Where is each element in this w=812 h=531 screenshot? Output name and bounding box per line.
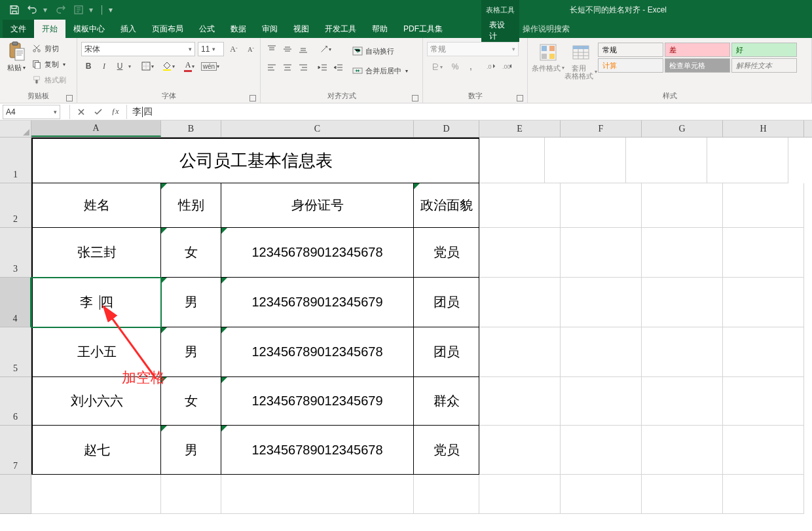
cell-C5[interactable]: 123456789012345678 — [221, 327, 414, 377]
cell-H5[interactable] — [723, 327, 804, 377]
number-format-combo[interactable]: 常规▾ — [427, 42, 519, 56]
cell-A7[interactable]: 赵七 — [31, 426, 161, 475]
align-bottom-icon[interactable] — [296, 42, 310, 56]
cell-C6[interactable]: 123456789012345679 — [221, 377, 414, 426]
style-bad[interactable]: 差 — [665, 43, 730, 57]
cell-F6[interactable] — [561, 377, 642, 426]
col-header-C[interactable]: C — [221, 120, 414, 137]
cell-F2[interactable] — [561, 183, 642, 228]
align-center-icon[interactable] — [280, 60, 295, 75]
tab-data[interactable]: 数据 — [223, 20, 254, 38]
style-check[interactable]: 检查单元格 — [665, 58, 730, 73]
conditional-format-button[interactable]: 条件格式▾ — [532, 41, 564, 72]
tab-formulas[interactable]: 公式 — [191, 20, 223, 38]
col-header-F[interactable]: F — [561, 120, 642, 137]
orientation-icon[interactable]: ▾ — [316, 42, 335, 56]
select-all-corner[interactable] — [0, 120, 31, 137]
row-header-1[interactable]: 1 — [0, 137, 31, 183]
col-header-A[interactable]: A — [31, 120, 161, 137]
cell-D5[interactable]: 团员 — [414, 327, 479, 377]
undo-dropdown-icon[interactable]: ▾ — [43, 2, 50, 18]
cell-F5[interactable] — [561, 327, 642, 377]
name-box[interactable]: A4▾ — [3, 105, 60, 119]
cell-B5[interactable]: 男 — [161, 327, 221, 377]
cell-H7[interactable] — [723, 426, 804, 475]
align-right-icon[interactable] — [296, 60, 310, 75]
cell-G5[interactable] — [642, 327, 723, 377]
merge-center-button[interactable]: 合并后居中▾ — [351, 63, 409, 79]
cell-F8[interactable] — [561, 475, 642, 514]
touch-mode-icon[interactable] — [71, 2, 86, 18]
redo-icon[interactable] — [52, 2, 68, 18]
cell-E3[interactable] — [479, 228, 561, 278]
cell-E4[interactable] — [479, 278, 561, 327]
cell-H4[interactable] — [723, 278, 804, 327]
tab-insert[interactable]: 插入 — [113, 20, 144, 38]
cell-D8[interactable] — [414, 475, 479, 514]
cell-B3[interactable]: 女 — [161, 228, 221, 278]
cell-F1[interactable] — [545, 137, 626, 183]
fx-icon[interactable]: ƒx — [109, 106, 121, 118]
confirm-edit-button[interactable] — [92, 106, 104, 118]
font-color-button[interactable]: A▾ — [179, 59, 199, 73]
tab-template[interactable]: 模板中心 — [65, 20, 113, 38]
format-painter-button[interactable]: 格式刷 — [30, 72, 67, 88]
style-calc[interactable]: 计算 — [598, 58, 663, 73]
cell-F7[interactable] — [561, 426, 642, 475]
qat-customize-icon[interactable]: ▾ — [109, 2, 115, 18]
row-header-3[interactable]: 3 — [0, 228, 31, 278]
cut-button[interactable]: 剪切 — [30, 41, 67, 56]
cell-A1[interactable]: 公司员工基本信息表 — [31, 137, 479, 183]
row-header-8[interactable] — [0, 475, 31, 514]
cell-C3[interactable]: 123456789012345678 — [221, 228, 414, 278]
cell-D4[interactable]: 团员 — [414, 278, 479, 327]
decrease-indent-icon[interactable] — [316, 60, 330, 75]
cell-G1[interactable] — [626, 137, 707, 183]
cell-B7[interactable]: 男 — [161, 426, 221, 475]
increase-font-icon[interactable]: Aˆ — [227, 42, 241, 56]
font-launcher-icon[interactable] — [249, 95, 256, 101]
alignment-launcher-icon[interactable] — [412, 95, 418, 101]
border-button[interactable]: ▾ — [138, 59, 157, 73]
align-top-icon[interactable] — [265, 42, 279, 56]
col-header-E[interactable]: E — [479, 120, 561, 137]
cell-F3[interactable] — [561, 228, 642, 278]
phonetic-button[interactable]: wén▾ — [200, 59, 220, 73]
qat-dropdown-icon[interactable]: ▾ — [89, 2, 96, 18]
col-header-D[interactable]: D — [414, 120, 479, 137]
cell-E8[interactable] — [479, 475, 561, 514]
cell-E1[interactable] — [479, 137, 545, 183]
wrap-text-button[interactable]: 自动换行 — [351, 43, 409, 59]
cell-A3[interactable]: 张三封 — [31, 228, 161, 278]
cells-area[interactable]: 公司员工基本信息表 姓名 性别 身份证号 政治面貌 张三封 女 — [31, 137, 812, 514]
cell-H3[interactable] — [723, 228, 804, 278]
cell-G6[interactable] — [642, 377, 723, 426]
cell-D7[interactable]: 党员 — [414, 426, 479, 475]
cell-B2[interactable]: 性别 — [161, 183, 221, 228]
accounting-format-icon[interactable]: ▾ — [427, 60, 447, 74]
cell-C8[interactable] — [221, 475, 414, 514]
clipboard-launcher-icon[interactable] — [66, 95, 73, 101]
cell-F4[interactable] — [561, 278, 642, 327]
row-header-5[interactable]: 5 — [0, 327, 31, 377]
align-left-icon[interactable] — [265, 60, 279, 75]
tab-review[interactable]: 审阅 — [254, 20, 286, 38]
increase-decimal-icon[interactable]: .0 — [485, 60, 499, 74]
col-header-G[interactable]: G — [642, 120, 723, 137]
tab-view[interactable]: 视图 — [286, 20, 317, 38]
cell-A4[interactable]: 李 四 — [31, 278, 161, 327]
italic-button[interactable]: I — [97, 59, 111, 73]
cell-G7[interactable] — [642, 426, 723, 475]
style-explain[interactable]: 解释性文本 — [731, 58, 797, 73]
cell-G3[interactable] — [642, 228, 723, 278]
tab-home[interactable]: 开始 — [34, 20, 65, 38]
cell-H8[interactable] — [723, 475, 804, 514]
align-middle-icon[interactable] — [280, 42, 295, 56]
cancel-edit-button[interactable] — [75, 106, 87, 118]
cell-E6[interactable] — [479, 377, 561, 426]
fill-color-button[interactable]: ▾ — [158, 59, 178, 73]
format-as-table-button[interactable]: 套用 表格格式▾ — [564, 41, 597, 80]
tab-help[interactable]: 帮助 — [364, 20, 396, 38]
tab-page-layout[interactable]: 页面布局 — [144, 20, 191, 38]
row-header-6[interactable]: 6 — [0, 377, 31, 426]
